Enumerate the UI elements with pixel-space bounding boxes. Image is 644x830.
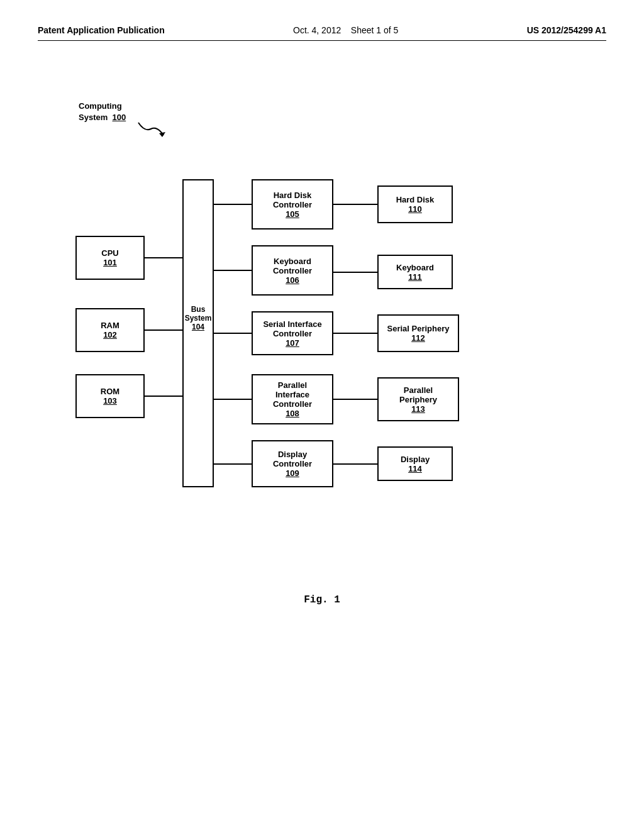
kbc-box: KeyboardController 106 [252, 245, 333, 296]
pic-label: ParallelInterfaceController [273, 380, 312, 409]
hdc-box: Hard DiskController 105 [252, 179, 333, 230]
pic-box: ParallelInterfaceController 108 [252, 374, 333, 424]
figure-label: Fig. 1 [38, 594, 606, 606]
diagram-area: Computing System 100 CPU 101 RAM 102 ROM… [75, 179, 616, 556]
sp-label: Serial Periphery [387, 324, 450, 333]
cpu-label: CPU [101, 248, 118, 258]
bus-bar [182, 179, 214, 487]
kbc-label: KeyboardController [273, 257, 312, 275]
kb-label: Keyboard [396, 263, 434, 272]
bus-label: Bus System 104 [184, 305, 212, 331]
page: Patent Application Publication Oct. 4, 2… [0, 0, 644, 830]
page-header: Patent Application Publication Oct. 4, 2… [38, 25, 606, 41]
cpu-num: 101 [103, 258, 117, 267]
dc-box: DisplayController 109 [252, 440, 333, 487]
computing-system-label: Computing System 100 [79, 101, 126, 123]
pp-num: 113 [411, 404, 425, 414]
hdc-label: Hard DiskController [273, 191, 312, 209]
rom-label: ROM [101, 387, 119, 396]
header-center: Oct. 4, 2012 Sheet 1 of 5 [293, 25, 398, 35]
pic-num: 108 [286, 409, 299, 418]
hd-label: Hard Disk [396, 195, 435, 204]
kbc-num: 106 [286, 275, 299, 285]
header-sheet: Sheet 1 of 5 [351, 25, 399, 35]
pp-box: ParallelPeriphery 113 [377, 377, 459, 421]
hd-box: Hard Disk 110 [377, 185, 453, 223]
brace-arrow-icon [135, 119, 167, 138]
hdc-num: 105 [286, 209, 299, 219]
ram-label: RAM [101, 321, 119, 330]
rom-num: 103 [103, 396, 117, 406]
sic-label: Serial InterfaceController [263, 319, 321, 338]
sic-num: 107 [286, 338, 299, 348]
dp-label: Display [401, 455, 430, 464]
svg-marker-0 [159, 132, 165, 137]
header-right: US 2012/254299 A1 [527, 25, 606, 35]
dp-box: Display 114 [377, 446, 453, 481]
hd-num: 110 [408, 204, 422, 214]
header-left: Patent Application Publication [38, 25, 165, 35]
pp-label: ParallelPeriphery [399, 385, 437, 404]
kb-num: 111 [408, 272, 422, 282]
dp-num: 114 [408, 464, 422, 473]
header-date: Oct. 4, 2012 [293, 25, 341, 35]
ram-box: RAM 102 [75, 308, 145, 352]
sp-box: Serial Periphery 112 [377, 314, 459, 352]
ram-num: 102 [103, 330, 117, 340]
sic-box: Serial InterfaceController 107 [252, 311, 333, 355]
kb-box: Keyboard 111 [377, 255, 453, 289]
dc-num: 109 [286, 468, 299, 478]
sp-num: 112 [411, 333, 425, 343]
cpu-box: CPU 101 [75, 236, 145, 280]
rom-box: ROM 103 [75, 374, 145, 418]
dc-label: DisplayController [273, 450, 312, 468]
